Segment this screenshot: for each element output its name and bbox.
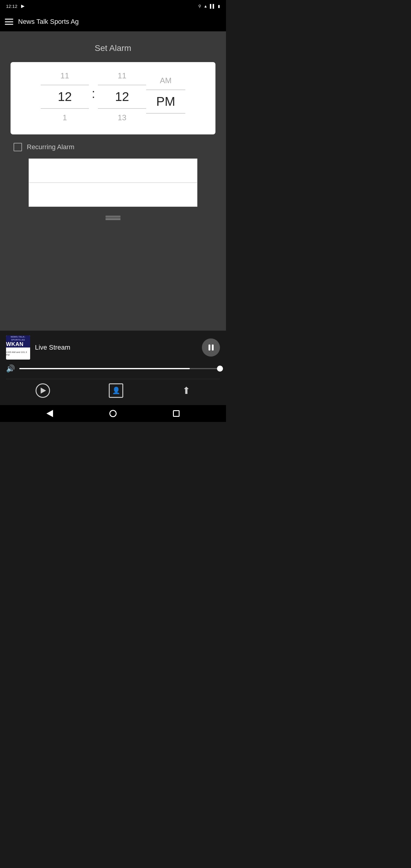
day-box-1[interactable] [29,158,197,183]
logo-top: NEWS-TALK-SPORTS-AG WKAN [6,336,30,347]
pause-icon [208,344,214,350]
minute-picker-column[interactable]: 11 12 13 [98,68,146,125]
set-alarm-title: Set Alarm [95,43,131,53]
volume-icon: 🔊 [6,364,15,373]
app-bar: News Talk Sports Ag [0,12,226,31]
hour-selected: 12 [58,87,72,107]
logo-top-text: NEWS-TALK-SPORTS-AG [6,336,30,341]
logo-wkan-text: WKAN [6,341,30,347]
play-triangle-icon [41,388,46,394]
minute-bottom-line [98,108,146,109]
minute-above: 11 [118,68,127,84]
android-nav-bar [0,405,226,422]
recurring-alarm-row: Recurring Alarm [10,143,216,151]
player-info-row: NEWS-TALK-SPORTS-AG WKAN 1320 AM and 101… [6,336,220,360]
drag-handle-icon [105,216,121,220]
volume-slider-fill [19,368,190,369]
player-title: Live Stream [35,344,197,351]
time-picker: 11 12 1 : 11 12 13 AM PM [17,68,210,125]
play-nav-button[interactable] [36,383,50,398]
recurring-label: Recurring Alarm [27,143,74,151]
wifi-icon: ▲ [204,4,208,8]
volume-slider-thumb [217,366,223,372]
ampm-picker-column[interactable]: AM PM [146,73,185,121]
ampm-bottom-line [146,113,185,114]
share-icon: ⬆ [182,385,190,396]
app-title: News Talk Sports Ag [18,18,78,26]
main-content: Set Alarm 11 12 1 : 11 12 13 [0,31,226,331]
status-bar: 12:12 ▶ ⚲ ▲ ▌▌ ▮ [0,0,226,12]
volume-row: 🔊 [6,364,220,373]
home-button[interactable] [109,410,117,417]
bottom-nav-bar: 👤 ⬆ [6,379,220,402]
ampm-top-line [146,90,185,90]
ampm-selected: PM [156,91,176,112]
play-status-icon: ▶ [21,3,25,9]
ampm-above: AM [160,73,172,88]
back-button[interactable] [46,410,53,417]
hour-below: 1 [63,110,67,125]
station-logo: NEWS-TALK-SPORTS-AG WKAN 1320 AM and 101… [6,336,30,360]
location-icon: ⚲ [198,4,201,8]
share-nav-button[interactable]: ⬆ [182,385,190,396]
recents-button[interactable] [173,410,180,417]
day-box-2[interactable] [29,183,197,207]
play-nav-icon [36,383,50,398]
pause-button[interactable] [202,338,220,356]
minute-selected: 12 [115,87,129,107]
time-picker-container[interactable]: 11 12 1 : 11 12 13 AM PM [10,62,216,134]
contact-card-icon: 👤 [109,383,123,398]
volume-slider-track[interactable] [19,368,220,369]
status-time: 12:12 [6,4,18,9]
hour-picker-column[interactable]: 11 12 1 [41,68,89,125]
hour-bottom-line [41,108,89,109]
player-section: NEWS-TALK-SPORTS-AG WKAN 1320 AM and 101… [0,331,226,405]
time-colon: : [89,87,98,107]
minute-top-line [98,85,146,85]
battery-icon: ▮ [218,4,220,8]
contact-nav-button[interactable]: 👤 [109,383,123,398]
recurring-checkbox[interactable] [13,143,22,151]
day-boxes [29,158,197,207]
menu-icon[interactable] [5,19,13,25]
hour-above: 11 [61,68,69,84]
hour-top-line [41,85,89,85]
minute-below: 13 [118,110,127,125]
logo-bottom: 1320 AM and 101.3 FM [6,347,30,360]
drag-handle[interactable] [105,213,121,223]
signal-icon: ▌▌ [210,4,216,8]
